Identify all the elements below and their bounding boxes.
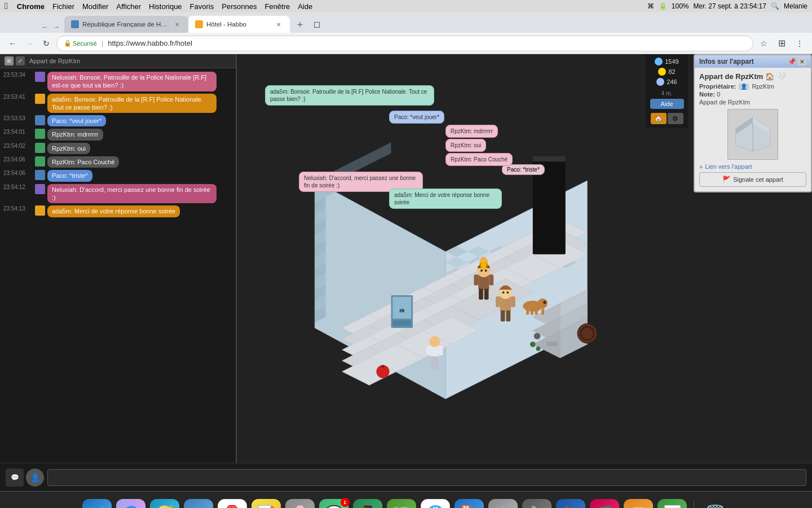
dock-tools[interactable]: 🔧 xyxy=(522,499,551,509)
avatar xyxy=(35,170,45,180)
game-area: 📺 xyxy=(237,54,812,463)
tab-1-favicon xyxy=(71,20,79,28)
dock-music[interactable]: 🎵 xyxy=(590,499,619,509)
room-preview xyxy=(727,109,778,160)
habbo-chat-toggle[interactable]: 💬 xyxy=(6,468,24,487)
svg-marker-7 xyxy=(369,148,380,164)
tab-2-close[interactable]: ✕ xyxy=(274,20,283,29)
heart-icon[interactable]: 🤍 xyxy=(776,72,785,81)
dock-numbers[interactable]: 📊 xyxy=(657,499,687,509)
list-item: 23:53:34 Neluxiah: Bonsoir, Patrouille d… xyxy=(0,71,236,93)
svg-point-135 xyxy=(429,336,440,347)
extensions-button[interactable]: ⊞ xyxy=(774,36,789,51)
content-area: ⊞ ⤢ Appart de RpzKtm 23:53:34 Neluxiah: … xyxy=(0,54,812,463)
dock-appstore[interactable]: 🏪 xyxy=(454,499,484,509)
svg-point-106 xyxy=(536,347,541,351)
menu-fenetre[interactable]: Fenêtre xyxy=(264,2,290,11)
back-addr-button[interactable]: ← xyxy=(5,36,20,51)
dock-systemprefs[interactable]: ⚙️ xyxy=(488,499,518,509)
tab-1[interactable]: République Française de Habl... ✕ xyxy=(64,16,188,33)
addressbar-right: ☆ ⊞ ⋮ xyxy=(756,36,807,51)
apple-menu[interactable]:  xyxy=(5,1,8,11)
pixels-value: 246 xyxy=(667,78,677,85)
url-bar[interactable]: 🔒 Sécurisé | https://www.habbo.fr/hotel xyxy=(56,36,753,51)
duckets-icon xyxy=(658,68,666,76)
url-text: https://www.habbo.fr/hotel xyxy=(108,39,746,47)
svg-rect-131 xyxy=(526,308,529,315)
svg-point-118 xyxy=(481,260,487,269)
menu-aide[interactable]: Aide xyxy=(298,2,312,11)
owner-name: RpzKtm xyxy=(752,83,774,90)
dock-libreoffice[interactable]: 📚 xyxy=(556,499,585,509)
chat-bubble: RpzKtm: oui xyxy=(47,143,90,154)
reload-button[interactable]: ↻ xyxy=(38,36,54,51)
battery-icon: 🔋 xyxy=(659,2,667,10)
username: Melanie xyxy=(784,2,807,10)
svg-rect-132 xyxy=(531,308,533,315)
signale-button[interactable]: 🚩 Signale cet appart xyxy=(699,172,806,187)
chat-bubble: RpzKtm: mdrrrrrr xyxy=(47,129,103,140)
description-row: Appart de RpzKtm xyxy=(699,99,806,106)
list-item: 23:54:06 Paco: *triste* xyxy=(0,169,236,182)
forward-button[interactable]: → xyxy=(51,21,62,33)
url-separator: | xyxy=(102,39,103,47)
owner-row: Propriétaire: 👤 RpzKtm xyxy=(699,83,806,90)
msg-time: 23:53:34 xyxy=(3,72,33,78)
new-tab-button[interactable]: + xyxy=(292,17,308,33)
svg-rect-104 xyxy=(382,365,384,368)
dock-siri[interactable]: 🌀 xyxy=(116,499,145,509)
dock-notes[interactable]: 📝 xyxy=(251,499,281,509)
svg-point-129 xyxy=(543,301,546,304)
msg-time: 23:53:53 xyxy=(3,115,33,121)
menu-chrome[interactable]: Chrome xyxy=(17,2,45,11)
avatar xyxy=(35,115,45,125)
forward-addr-button[interactable]: → xyxy=(21,36,37,51)
info-close-button[interactable]: ✕ xyxy=(797,58,806,65)
tab-1-close[interactable]: ✕ xyxy=(173,20,182,29)
menu-historique[interactable]: Historique xyxy=(149,2,182,11)
bookmark-button[interactable]: ☆ xyxy=(756,36,771,51)
menu-afficher[interactable]: Afficher xyxy=(116,2,141,11)
habbo-taskbar: 💬 👤 xyxy=(0,463,812,491)
chat-expand-icon[interactable]: ⤢ xyxy=(16,56,25,65)
svg-rect-125 xyxy=(501,310,505,321)
menu-modifier[interactable]: Modifier xyxy=(82,2,108,11)
svg-point-105 xyxy=(530,341,536,347)
search-icon[interactable]: 🔍 xyxy=(771,2,779,10)
battery-level: 100% xyxy=(672,2,689,10)
info-pin-icon[interactable]: 📌 xyxy=(788,58,796,65)
room-button[interactable]: 🏠 xyxy=(651,113,667,124)
dock-photos[interactable]: 🌸 xyxy=(285,499,315,509)
tab-2[interactable]: Hôtel - Habbo ✕ xyxy=(188,16,290,33)
dock-mail[interactable]: ✉️ xyxy=(184,499,213,509)
dock-books[interactable]: 📖 xyxy=(624,499,653,509)
menu-fichier[interactable]: Fichier xyxy=(52,2,74,11)
list-item: 23:54:06 RpzKtm: Paco Couché xyxy=(0,155,236,169)
svg-rect-115 xyxy=(479,288,483,299)
room-link[interactable]: » Lien vers l'appart xyxy=(699,163,806,170)
aide-button[interactable]: Aide xyxy=(650,99,684,109)
back-button[interactable]: ← xyxy=(39,21,51,33)
dock-chrome[interactable]: 🌐 xyxy=(421,499,450,509)
dock-finder[interactable]: 📁 xyxy=(82,499,112,509)
dock-maps[interactable]: 🗺️ xyxy=(387,499,416,509)
dock-facetime[interactable]: 📱 xyxy=(353,499,382,509)
dock-messages[interactable]: 💬 1 xyxy=(319,499,348,509)
tab-1-title: République Française de Habl... xyxy=(82,21,169,28)
note-row: Note: 0 xyxy=(699,91,806,98)
menubar-right: ⌘ 🔋 100% Mer. 27 sept. à 23:54:17 🔍 Mela… xyxy=(647,2,807,10)
dock-safari[interactable]: 🧭 xyxy=(150,499,179,509)
svg-text:📺: 📺 xyxy=(399,307,405,313)
dock-trash[interactable]: 🗑️ xyxy=(701,499,730,509)
chrome-menu-button[interactable]: ⋮ xyxy=(792,36,807,51)
dock-calendar[interactable]: SEPT 27 xyxy=(218,499,247,509)
chat-input[interactable] xyxy=(52,474,801,481)
avatar xyxy=(35,205,45,216)
svg-rect-139 xyxy=(426,345,430,355)
game-bubble-8: ada5m: Merci de votre réponse bonne soir… xyxy=(389,189,502,209)
menu-personnes[interactable]: Personnes xyxy=(222,2,257,11)
svg-marker-96 xyxy=(533,156,566,162)
menu-favoris[interactable]: Favoris xyxy=(190,2,214,11)
habbo-avatar-icon[interactable]: 👤 xyxy=(26,468,44,487)
settings-icon[interactable]: ⚙ xyxy=(668,113,683,124)
